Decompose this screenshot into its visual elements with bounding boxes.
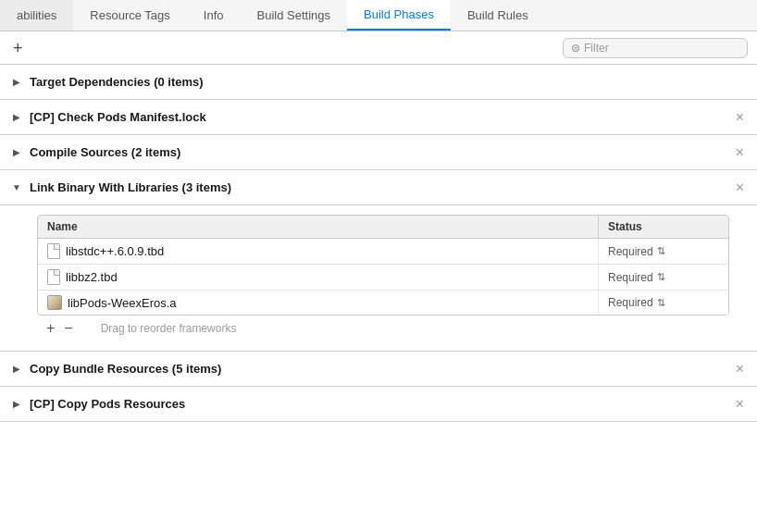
section-title-copy-pods-resources: [CP] Copy Pods Resources: [30, 397, 732, 411]
lib-status-col-0: Required ⇅: [599, 241, 728, 263]
tab-bar: abilitiesResource TagsInfoBuild Settings…: [0, 0, 757, 31]
section-row-compile-sources[interactable]: Compile Sources (2 items)×: [0, 135, 757, 170]
add-lib-button[interactable]: +: [46, 321, 55, 336]
disclosure-target-dependencies[interactable]: [9, 75, 24, 90]
section-close-compile-sources[interactable]: ×: [732, 144, 748, 161]
section-title-check-pods-manifest: [CP] Check Pods Manifest.lock: [30, 110, 732, 124]
section-close-check-pods-manifest[interactable]: ×: [732, 109, 748, 126]
lib-name-text: libstdc++.6.0.9.tbd: [66, 244, 164, 258]
stepper-icon[interactable]: ⇅: [657, 271, 665, 283]
lib-name-text: libPods-WeexEros.a: [68, 296, 177, 310]
header-status: Status: [599, 216, 728, 238]
lib-name-col-2: libPods-WeexEros.a: [38, 291, 599, 315]
section-close-copy-bundle-resources[interactable]: ×: [732, 361, 748, 377]
disclosure-link-binary[interactable]: [9, 180, 24, 195]
disclosure-copy-pods-resources[interactable]: [9, 397, 24, 412]
filter-field[interactable]: ⊜ Filter: [563, 38, 748, 58]
file-icon: [47, 269, 60, 285]
tab-build-phases[interactable]: Build Phases: [347, 0, 451, 31]
section-close-link-binary[interactable]: ×: [732, 179, 748, 196]
section-title-copy-bundle-resources: Copy Bundle Resources (5 items): [30, 362, 732, 376]
section-close-copy-pods-resources[interactable]: ×: [732, 396, 748, 413]
disclosure-compile-sources[interactable]: [9, 145, 24, 160]
section-title-target-dependencies: Target Dependencies (0 items): [30, 75, 748, 89]
lib-image-icon: [47, 295, 62, 310]
add-phase-button[interactable]: +: [9, 40, 27, 56]
section-row-copy-pods-resources[interactable]: [CP] Copy Pods Resources×: [0, 387, 757, 422]
tab-build-settings[interactable]: Build Settings: [241, 0, 348, 31]
lib-table-header: NameStatus: [38, 216, 728, 239]
lib-name-text: libbz2.tbd: [66, 270, 118, 284]
section-row-link-binary[interactable]: Link Binary With Libraries (3 items)×: [0, 170, 757, 205]
file-icon: [47, 243, 60, 259]
filter-label: Filter: [584, 42, 609, 55]
toolbar: + ⊜ Filter: [0, 31, 757, 65]
filter-icon: ⊜: [571, 42, 580, 55]
lib-row-0[interactable]: libstdc++.6.0.9.tbdRequired ⇅: [38, 239, 728, 265]
tab-resource-tags[interactable]: Resource Tags: [73, 0, 186, 31]
sections-container: Target Dependencies (0 items)[CP] Check …: [0, 65, 757, 422]
tab-info[interactable]: Info: [187, 0, 241, 31]
lib-name-col-1: libbz2.tbd: [38, 265, 599, 290]
lib-row-1[interactable]: libbz2.tbdRequired ⇅: [38, 265, 728, 291]
section-row-copy-bundle-resources[interactable]: Copy Bundle Resources (5 items)×: [0, 352, 757, 387]
lib-status-col-2: Required ⇅: [599, 291, 728, 314]
section-row-target-dependencies[interactable]: Target Dependencies (0 items): [0, 65, 757, 100]
lib-row-2[interactable]: libPods-WeexEros.aRequired ⇅: [38, 291, 728, 315]
tab-build-rules[interactable]: Build Rules: [451, 0, 545, 31]
tab-abilities[interactable]: abilities: [0, 0, 73, 31]
lib-table-link-binary: NameStatuslibstdc++.6.0.9.tbdRequired ⇅l…: [37, 215, 729, 315]
section-row-check-pods-manifest[interactable]: [CP] Check Pods Manifest.lock×: [0, 100, 757, 135]
disclosure-check-pods-manifest[interactable]: [9, 110, 24, 125]
drag-hint: Drag to reorder frameworks: [101, 322, 237, 335]
disclosure-copy-bundle-resources[interactable]: [9, 362, 24, 377]
section-title-compile-sources: Compile Sources (2 items): [30, 145, 732, 159]
lib-name-col-0: libstdc++.6.0.9.tbd: [38, 239, 599, 264]
table-actions: +−Drag to reorder frameworks: [37, 315, 729, 341]
stepper-icon[interactable]: ⇅: [657, 297, 665, 309]
header-name: Name: [38, 216, 599, 238]
section-title-link-binary: Link Binary With Libraries (3 items): [30, 180, 732, 194]
remove-lib-button[interactable]: −: [64, 321, 72, 336]
lib-status-col-1: Required ⇅: [599, 266, 728, 289]
section-content-link-binary: NameStatuslibstdc++.6.0.9.tbdRequired ⇅l…: [0, 205, 757, 352]
stepper-icon[interactable]: ⇅: [657, 245, 665, 257]
